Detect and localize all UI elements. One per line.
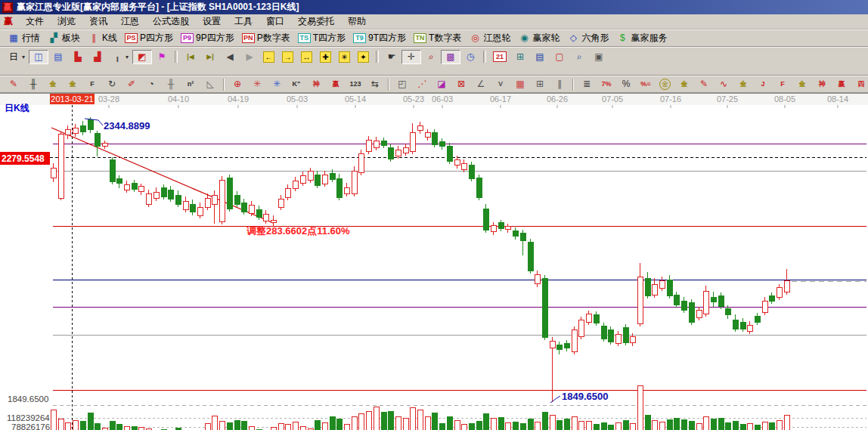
menu-item-browse[interactable]: 浏览 [51,14,82,29]
menu-item-news[interactable]: 资讯 [82,14,114,29]
pct-lines-button[interactable]: %≡ [636,77,656,91]
draw-pen-button[interactable]: ✎ [4,77,23,91]
line-grid-button[interactable]: ╫ [161,77,181,91]
angle-ruler-button[interactable]: ◺ [200,77,220,91]
shen-grid-button[interactable]: 神 [306,77,326,91]
angle-line-button[interactable]: ∠ [471,77,491,91]
ying-grid-button[interactable]: 赢 [326,77,346,91]
menu-item-gann[interactable]: 江恩 [114,14,146,29]
menu-item-help[interactable]: 帮助 [341,14,373,29]
spiral-grid-button[interactable]: ↻ [102,77,122,91]
pen-candle-button[interactable]: ✎ [694,77,714,91]
chart-svg[interactable]: 2344.8899调整283.6602点11.60%1849.65001849.… [0,105,868,430]
period-selector-button[interactable]: 日▾ [4,50,29,64]
menu-item-window[interactable]: 窗口 [259,14,291,29]
calendar-button[interactable]: 21 [489,50,510,63]
prev-button[interactable]: ◀ [220,50,240,64]
crosshair-tool-button[interactable]: ✛ [401,50,421,64]
t-square-button[interactable]: TST四方形 [294,30,349,46]
brush-grid-button[interactable]: ✐ [122,77,141,91]
chart-area[interactable]: 日K线 2344.8899调整283.6602点11.60%1849.65001… [0,105,868,430]
web1-button[interactable]: ✳ [247,77,267,91]
menu-item-tools[interactable]: 工具 [228,14,259,29]
red-grid-button[interactable]: ▦ [510,77,530,91]
clock-tool-button[interactable]: ◷ [460,50,480,64]
p-number-button[interactable]: PNP数字表 [238,30,294,46]
diag-box-button[interactable]: ⊠ [451,77,471,91]
gann-wheel-button[interactable]: ◎江恩轮 [465,30,514,46]
gann-burst-button[interactable]: ✳ [335,50,354,64]
gann-left-button[interactable]: ← [259,50,278,64]
compass-button[interactable]: ⊕ [228,77,247,91]
t-number-button[interactable]: TNT数字表 [410,30,465,46]
bar-chart-button[interactable]: ▙ [68,50,88,64]
first-page-button[interactable]: |◀ [181,50,200,64]
pc-search-button[interactable]: ⌕ [569,50,589,64]
candle-body [681,301,687,310]
v-line-button[interactable]: V [491,77,510,91]
gann-grid-button[interactable]: ╫ [23,77,43,91]
hexagon-button[interactable]: ◇六角形 [563,30,612,46]
gann-cross-button[interactable]: ✚ [316,50,335,64]
box-tool-button[interactable]: ◰ [392,77,412,91]
gann-hmove-button[interactable]: ↔ [297,50,316,64]
gold-lines-button[interactable]: 金 [674,77,694,91]
p-square-button[interactable]: PSP四方形 [121,30,177,46]
gold-circle-button[interactable]: 金 [656,77,674,91]
volume-bar [550,415,555,430]
f-angle-button[interactable]: F [773,77,792,91]
page-view-button[interactable]: ▤ [48,50,68,64]
gold-angle-button[interactable]: 金 [792,77,812,91]
monitor-button[interactable]: ▢ [550,50,569,64]
bar-chart2-button[interactable]: ▟ [88,50,107,64]
harrow-button[interactable]: ⇆ [365,77,385,91]
notebook-button[interactable]: ▤ [530,50,550,64]
wave-line-button[interactable]: ∿ [714,77,733,91]
grid-tool-button[interactable]: ▩ [441,50,460,64]
si-angle-button[interactable]: 四 [851,77,868,91]
time-cycle-button[interactable]: ◔ [141,77,161,91]
ying-angle-button[interactable]: 赢 [832,77,851,91]
last-page-button[interactable]: ▶| [200,50,220,64]
zoom-tool-button[interactable]: ⌕ [421,50,441,64]
num-grid-button[interactable]: 123 [346,77,365,91]
j-angle-button[interactable]: J [753,77,773,91]
kline-button[interactable]: ∥K线 [84,30,121,46]
pc-button[interactable]: ▣ [589,50,609,64]
pct7-button[interactable]: 7% [597,77,616,91]
winner-service-button[interactable]: $赢家服务 [612,30,671,46]
web2-button[interactable]: ✳ [267,77,287,91]
shen-angle-button[interactable]: 神 [812,77,832,91]
parallel-button[interactable]: ∥ [550,77,569,91]
pattern-button[interactable]: ◩ [132,50,152,64]
fan-box-button[interactable]: ◪ [432,77,451,91]
n2-button[interactable]: n² [181,77,200,91]
gold-lines2-button[interactable]: 金 [733,77,753,91]
arrow-grid-button[interactable]: ⊞ [530,77,550,91]
gann-star-button[interactable]: ✦ [354,50,373,64]
wave-chart-button[interactable]: ◫ [29,50,48,64]
selected-date-badge[interactable]: 2013-03-21 [50,94,95,104]
gann-right-button[interactable]: → [278,50,297,64]
sectors-button[interactable]: ▞板块 [44,30,84,46]
k-wave-button[interactable]: K" [287,77,306,91]
p9-square-button[interactable]: P99P四方形 [177,30,238,46]
fib-grid-button[interactable]: F [82,77,102,91]
next-button[interactable]: ▶ [240,50,259,64]
gold-grid1-button[interactable]: 金 [43,77,63,91]
t9-square-button[interactable]: T99T四方形 [349,30,410,46]
pct-button[interactable]: % [616,77,636,91]
candle-type-button[interactable]: ╻▾ [107,50,132,64]
menu-item-file[interactable]: 文件 [19,14,51,29]
menu-item-settings[interactable]: 设置 [196,14,228,29]
menu-item-formula-select[interactable]: 公式选股 [146,14,196,29]
calculator-button[interactable]: ⊞ [510,50,530,64]
step-lines-button[interactable]: ≣ [577,77,597,91]
gold-grid2-button[interactable]: 金 [63,77,82,91]
fan-lines-button[interactable]: ⋰ [412,77,432,91]
quotes-button[interactable]: ▦行情 [4,30,44,46]
hand-tool-button[interactable]: ☛ [382,50,401,64]
winner-wheel-button[interactable]: ◉赢家轮 [514,30,563,46]
menu-item-trade-commission[interactable]: 交易委托 [291,14,341,29]
flag-button[interactable]: ⚑ [152,50,172,64]
